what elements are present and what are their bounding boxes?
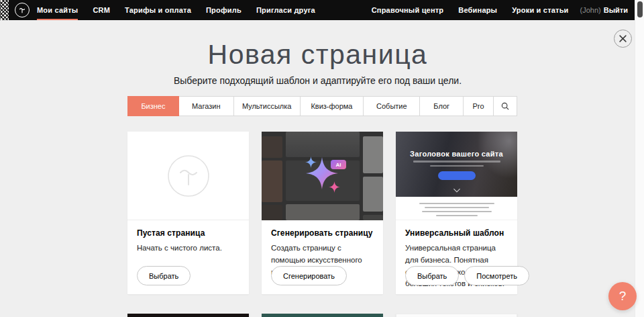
scrollbar-thumb[interactable]: [637, 1, 643, 17]
card-generate-ai[interactable]: AI Сгенерировать страницу Создать страни…: [262, 132, 383, 294]
tilda-logo-icon[interactable]: [15, 3, 30, 17]
card-description: Начать с чистого листа.: [137, 242, 239, 255]
card-buttons: Выбрать: [137, 266, 191, 285]
topbar-nav-right: Справочный центр Вебинары Уроки и статьи…: [364, 0, 635, 20]
topbar: Мои сайты CRM Тарифы и оплата Профиль Пр…: [9, 0, 635, 20]
generate-button[interactable]: Сгенерировать: [271, 266, 347, 285]
template-cards-row: Пустая страница Начать с чистого листа. …: [127, 132, 517, 294]
nav-invite-friend[interactable]: Пригласи друга: [249, 0, 323, 20]
template-category-tabs: Бизнес Магазин Мультиссылка Квиз-форма С…: [127, 96, 517, 116]
user-name: (John): [580, 6, 601, 14]
template-text-bar: [436, 215, 478, 216]
ai-badge: AI: [331, 160, 346, 169]
choose-button[interactable]: Выбрать: [137, 266, 191, 285]
card-body: Пустая страница Начать с чистого листа.: [127, 220, 249, 255]
chevron-down-icon: [453, 186, 460, 193]
tilda-watermark-icon: [167, 154, 210, 197]
card-title: Универсальный шаблон: [405, 228, 508, 238]
card-universal-template[interactable]: Заголовок вашего сайта Универсальный шаб…: [396, 132, 517, 294]
card-blank-page[interactable]: Пустая страница Начать с чистого листа. …: [127, 132, 249, 294]
nav-profile[interactable]: Профиль: [199, 0, 249, 20]
choose-button[interactable]: Выбрать: [405, 266, 459, 285]
card-title: Пустая страница: [137, 228, 239, 238]
nav-crm[interactable]: CRM: [85, 0, 117, 20]
tab-blog[interactable]: Блог: [420, 97, 464, 116]
template-hero-title: Заголовок вашего сайта: [396, 132, 517, 158]
ai-sparkle-small-top-icon: [305, 156, 317, 168]
tab-quiz-form[interactable]: Квиз-форма: [301, 97, 364, 116]
template-text-bar: [413, 161, 500, 163]
topbar-nav-left: Мои сайты CRM Тарифы и оплата Профиль Пр…: [30, 0, 323, 20]
template-text-section: [396, 197, 517, 220]
help-button[interactable]: ?: [608, 282, 637, 310]
ai-preview: AI: [262, 132, 383, 220]
template-text-bar: [419, 203, 494, 204]
preview-button[interactable]: Посмотреть: [464, 266, 529, 285]
logout-link[interactable]: Выйти: [604, 6, 628, 14]
card-title: Сгенерировать страницу: [271, 228, 374, 238]
card-stub-teal[interactable]: [262, 314, 383, 317]
scrollbar[interactable]: [635, 0, 644, 317]
tab-search[interactable]: [494, 97, 517, 116]
nav-help-center[interactable]: Справочный центр: [364, 0, 451, 20]
nav-lessons[interactable]: Уроки и статьи: [504, 0, 576, 20]
tab-multilink[interactable]: Мультиссылка: [234, 97, 301, 116]
blank-page-preview: [127, 132, 249, 220]
tab-pro[interactable]: Pro: [464, 97, 494, 116]
nav-my-sites[interactable]: Мои сайты: [30, 0, 85, 20]
template-text-bar: [422, 211, 492, 212]
universal-template-preview: Заголовок вашего сайта: [396, 132, 517, 220]
page-title: Новая страница: [0, 39, 635, 71]
card-stub-light[interactable]: [396, 314, 517, 317]
template-cards-row-2: [127, 314, 517, 317]
tab-event[interactable]: Событие: [364, 97, 420, 116]
card-stub-dark[interactable]: [127, 314, 249, 317]
woven-pattern-strip: [0, 0, 9, 20]
card-buttons: Сгенерировать: [271, 266, 347, 285]
nav-pricing[interactable]: Тарифы и оплата: [117, 0, 199, 20]
tab-business[interactable]: Бизнес: [127, 96, 179, 116]
tab-shop[interactable]: Магазин: [179, 97, 234, 116]
template-text-bar: [425, 207, 489, 208]
search-icon: [501, 102, 509, 110]
template-text-bar: [430, 165, 484, 167]
card-buttons: Выбрать Посмотреть: [405, 266, 529, 285]
page-subtitle: Выберите подходящий шаблон и адаптируйте…: [0, 75, 635, 86]
ai-sparkle-small-bottom-icon: [329, 181, 340, 193]
nav-webinars[interactable]: Вебинары: [451, 0, 504, 20]
template-hero: Заголовок вашего сайта: [396, 132, 517, 197]
template-hero-button: [438, 171, 476, 180]
account-area: (John) Выйти: [576, 6, 635, 14]
